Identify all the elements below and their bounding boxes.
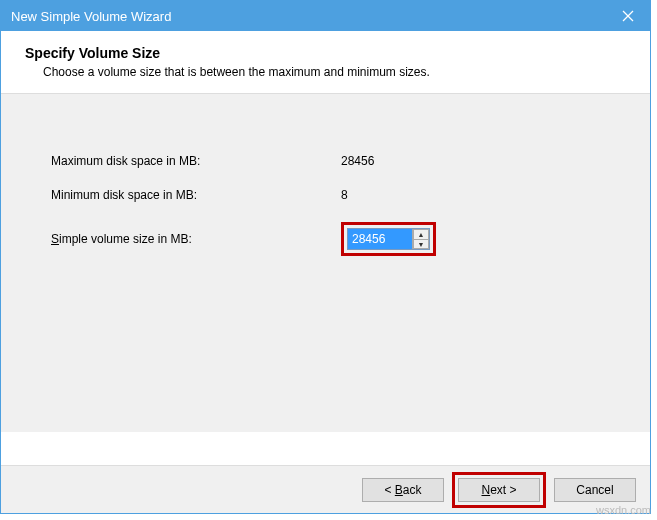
volume-size-highlight: ▲ ▼ xyxy=(341,222,436,256)
watermark-text: wsxdn.com xyxy=(596,504,651,516)
min-space-label: Minimum disk space in MB: xyxy=(51,188,341,202)
next-button-highlight: Next > xyxy=(452,472,546,508)
close-icon xyxy=(622,10,634,22)
volume-size-spinner: ▲ ▼ xyxy=(347,228,430,250)
wizard-footer: < Back Next > Cancel xyxy=(1,465,650,513)
next-button[interactable]: Next > xyxy=(458,478,540,502)
back-button[interactable]: < Back xyxy=(362,478,444,502)
wizard-header: Specify Volume Size Choose a volume size… xyxy=(1,31,650,94)
page-subheading: Choose a volume size that is between the… xyxy=(43,65,626,79)
spinner-up-button[interactable]: ▲ xyxy=(413,229,429,239)
volume-size-label: Simple volume size in MB: xyxy=(51,232,341,246)
max-space-value: 28456 xyxy=(341,154,374,168)
volume-size-input[interactable] xyxy=(348,229,412,249)
max-space-label: Maximum disk space in MB: xyxy=(51,154,341,168)
min-space-row: Minimum disk space in MB: 8 xyxy=(51,188,600,202)
volume-size-row: Simple volume size in MB: ▲ ▼ xyxy=(51,222,600,256)
spinner-buttons: ▲ ▼ xyxy=(412,229,429,249)
min-space-value: 8 xyxy=(341,188,348,202)
window-title: New Simple Volume Wizard xyxy=(11,9,171,24)
titlebar: New Simple Volume Wizard xyxy=(1,1,650,31)
wizard-window: New Simple Volume Wizard Specify Volume … xyxy=(0,0,651,514)
max-space-row: Maximum disk space in MB: 28456 xyxy=(51,154,600,168)
spinner-down-button[interactable]: ▼ xyxy=(413,239,429,249)
wizard-content: Maximum disk space in MB: 28456 Minimum … xyxy=(1,94,650,432)
page-heading: Specify Volume Size xyxy=(25,45,626,61)
close-button[interactable] xyxy=(605,1,650,31)
cancel-button[interactable]: Cancel xyxy=(554,478,636,502)
